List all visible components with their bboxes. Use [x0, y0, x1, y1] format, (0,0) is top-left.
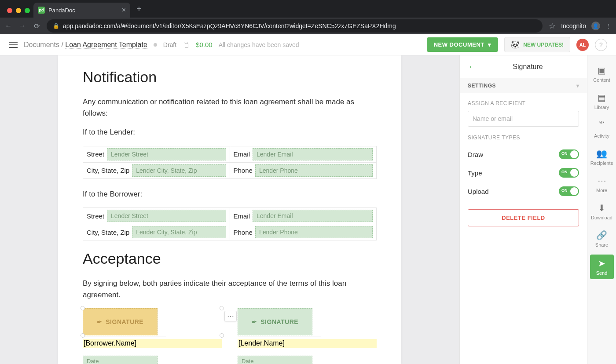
signature-field-lender[interactable]: ✒ SIGNATURE [238, 308, 312, 335]
document-canvas[interactable]: Notification Any communication or notifi… [0, 55, 459, 364]
rail-activity[interactable]: ⺌ Activity [587, 115, 616, 143]
rail-download[interactable]: ⬇ Download [587, 198, 616, 225]
borrower-name-token[interactable]: [Borrower.Name] [83, 339, 222, 348]
close-tab-icon[interactable]: × [122, 6, 126, 14]
borrower-signature-block-selected[interactable]: ✒ SIGNATURE ⋯ [83, 308, 222, 335]
rail-more[interactable]: ⋯ More [587, 171, 616, 197]
back-arrow-icon[interactable]: ← [468, 62, 477, 72]
browser-tab[interactable]: pd PandaDoc × [33, 3, 130, 18]
resize-handle-icon[interactable] [81, 306, 85, 310]
label-city: City, State, Zip [87, 229, 129, 236]
breadcrumb-root[interactable]: Documents [24, 41, 59, 48]
workspace: Notification Any communication or notifi… [0, 55, 616, 364]
borrower-contact-table: Street Lender Street Email Lender Email … [83, 207, 377, 240]
back-icon[interactable]: ← [4, 22, 12, 30]
resize-handle-icon[interactable] [81, 333, 85, 338]
rail-library[interactable]: ▤ Library [587, 88, 616, 114]
lender-name-token[interactable]: [Lender.Name] [238, 339, 377, 348]
close-window-icon[interactable] [7, 8, 12, 13]
field-borrower-email[interactable]: Lender Email [253, 210, 373, 222]
lender-contact-table: Street Lender Street Email Lender Email … [83, 146, 377, 179]
lender-signature-column: ✒ SIGNATURE [Lender.Name] Date Date [238, 308, 377, 364]
resize-handle-icon[interactable] [220, 306, 224, 310]
signature-field-borrower[interactable]: ✒ SIGNATURE [83, 308, 158, 335]
content-icon: ▣ [598, 65, 606, 76]
properties-header: ← Signature [460, 55, 587, 78]
properties-panel: ← Signature SETTINGS ▾ ASSIGN A RECIPIEN… [459, 55, 587, 364]
forward-icon[interactable]: → [18, 22, 26, 30]
avatar[interactable]: AL [576, 39, 589, 51]
status-badge: Draft [163, 41, 176, 48]
hamburger-menu-icon[interactable] [9, 42, 18, 48]
field-context-menu-button[interactable]: ⋯ [224, 311, 237, 321]
download-icon: ⬇ [598, 203, 605, 213]
delete-field-button[interactable]: DELETE FIELD [468, 209, 579, 226]
window-controls [4, 8, 33, 18]
rail-share[interactable]: 🔗 Share [587, 226, 616, 252]
panel-title: Signature [477, 63, 579, 71]
reload-icon[interactable]: ⟳ [33, 22, 40, 30]
field-borrower-date[interactable]: Date [83, 356, 158, 364]
price-badge: $0.00 [196, 41, 213, 48]
heading-acceptance: Acceptance [83, 250, 377, 267]
signature-row: ✒ SIGNATURE ⋯ [Borrower.Name] Date Date [83, 308, 377, 364]
signature-types-label: SIGNATURE TYPES [468, 135, 579, 141]
field-lender-date[interactable]: Date [238, 356, 312, 364]
bookmark-icon[interactable]: ☆ [549, 21, 556, 31]
label-email: Email [234, 150, 250, 158]
paragraph-borrower: If to the Borrower: [83, 189, 377, 200]
settings-section-header[interactable]: SETTINGS ▾ [460, 78, 587, 93]
lock-icon: 🔒 [53, 23, 59, 29]
field-lender-street[interactable]: Lender Street [107, 148, 226, 160]
minimize-window-icon[interactable] [16, 8, 21, 13]
chevron-down-icon: ▾ [576, 83, 579, 89]
new-tab-button[interactable]: + [130, 4, 148, 18]
new-updates-button[interactable]: 🐼 NEW UPDATES! [504, 37, 570, 52]
table-row: City, State, Zip Lender City, State, Zip… [83, 224, 376, 240]
toggle-type[interactable]: ON [559, 168, 579, 178]
field-lender-city[interactable]: Lender City, State, Zip [132, 164, 226, 177]
paragraph-lender: If to the Lender: [83, 127, 377, 138]
field-lender-phone[interactable]: Lender Phone [255, 164, 373, 177]
toggle-upload[interactable]: ON [559, 186, 579, 196]
recipients-icon: 👥 [596, 148, 607, 159]
table-row: City, State, Zip Lender City, State, Zip… [83, 162, 376, 178]
resize-handle-icon[interactable] [220, 333, 224, 338]
rail-recipients[interactable]: 👥 Recipients [587, 144, 616, 170]
label-city: City, State, Zip [87, 167, 129, 174]
tag-icon[interactable]: 🏷 [182, 41, 190, 48]
sig-type-draw-row: Draw ON [468, 145, 579, 164]
library-icon: ▤ [598, 92, 606, 103]
field-lender-email[interactable]: Lender Email [253, 148, 373, 160]
toggle-draw[interactable]: ON [559, 149, 579, 159]
more-icon: ⋯ [598, 175, 606, 186]
table-row: Street Lender Street Email Lender Email [83, 146, 376, 162]
field-borrower-city[interactable]: Lender City, State, Zip [132, 226, 226, 238]
rail-content[interactable]: ▣ Content [587, 61, 616, 87]
tool-rail: ▣ Content ▤ Library ⺌ Activity 👥 Recipie… [587, 55, 616, 364]
share-icon: 🔗 [596, 230, 607, 240]
new-document-button[interactable]: NEW DOCUMENT ▾ [427, 37, 499, 52]
browser-chrome: pd PandaDoc × + ← → ⟳ 🔒 app.pandadoc.com… [0, 0, 616, 34]
rail-send[interactable]: ➤ Send [590, 255, 614, 279]
favicon-icon: pd [38, 7, 45, 14]
tab-title: PandaDoc [48, 7, 75, 14]
borrower-signature-column: ✒ SIGNATURE ⋯ [Borrower.Name] Date Date [83, 308, 222, 364]
document-page: Notification Any communication or notifi… [58, 55, 401, 364]
paragraph-accept: By signing below, both parties indicate … [83, 278, 377, 300]
incognito-icon: 👤 [591, 22, 600, 30]
activity-icon: ⺌ [598, 120, 606, 131]
address-bar: ← → ⟳ 🔒 app.pandadoc.com/a/#/document/v1… [0, 18, 616, 34]
app-header: Documents / Loan Agreement Template Draf… [0, 34, 616, 55]
url-input[interactable]: 🔒 app.pandadoc.com/a/#/document/v1/edito… [47, 19, 543, 33]
help-icon[interactable]: ? [595, 39, 607, 51]
pen-icon: ✒ [251, 318, 257, 326]
recipient-input[interactable] [468, 111, 579, 127]
field-borrower-phone[interactable]: Lender Phone [255, 226, 373, 238]
field-borrower-street[interactable]: Lender Street [107, 210, 226, 222]
document-name[interactable]: Loan Agreement Template [65, 41, 147, 49]
maximize-window-icon[interactable] [25, 8, 30, 13]
browser-menu-icon[interactable]: ⋮ [605, 22, 612, 29]
sig-type-upload-row: Upload ON [468, 182, 579, 200]
sig-type-type-row: Type ON [468, 164, 579, 182]
